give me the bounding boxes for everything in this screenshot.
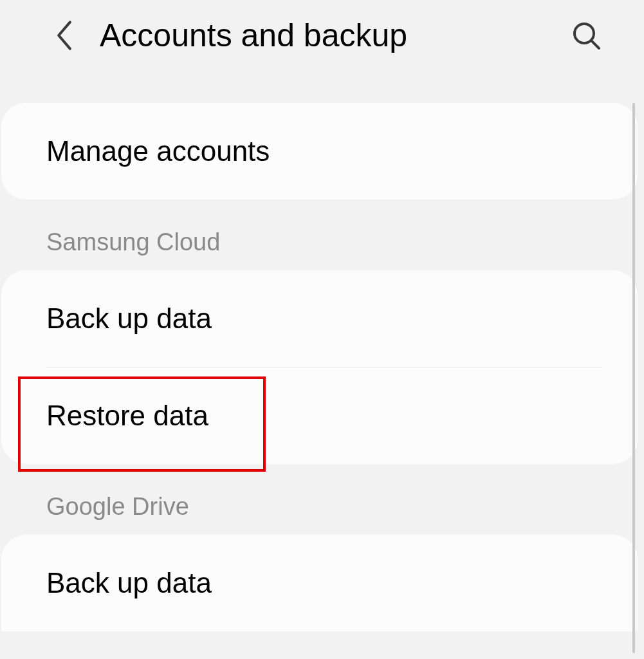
google-drive-card: Back up data	[1, 535, 638, 631]
restore-data-item[interactable]: Restore data	[1, 367, 638, 464]
accounts-card: Manage accounts	[1, 103, 638, 200]
google-drive-header: Google Drive	[1, 464, 638, 535]
settings-content: Manage accounts Samsung Cloud Back up da…	[0, 103, 644, 631]
manage-accounts-item[interactable]: Manage accounts	[1, 103, 638, 200]
back-icon[interactable]	[48, 19, 80, 51]
samsung-cloud-header: Samsung Cloud	[1, 200, 638, 270]
samsung-backup-item[interactable]: Back up data	[1, 270, 638, 367]
app-header: Accounts and backup	[0, 0, 644, 77]
google-backup-item[interactable]: Back up data	[1, 535, 638, 631]
scrollbar[interactable]	[632, 103, 635, 653]
svg-line-1	[591, 41, 599, 48]
samsung-cloud-card: Back up data Restore data	[1, 270, 638, 464]
search-icon[interactable]	[567, 16, 605, 55]
page-title: Accounts and backup	[100, 17, 567, 54]
